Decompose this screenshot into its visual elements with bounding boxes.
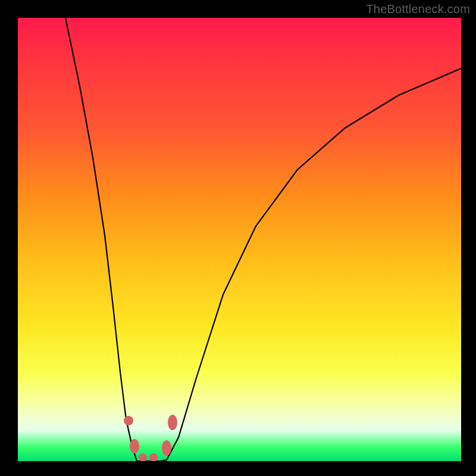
data-marker	[168, 415, 177, 430]
marker-group	[124, 415, 177, 461]
data-marker	[124, 416, 133, 425]
watermark-text: TheBottleneck.com	[366, 2, 470, 16]
data-marker	[130, 439, 139, 453]
chart-container: TheBottleneck.com	[0, 0, 476, 476]
bottleneck-curve	[65, 18, 461, 461]
data-marker	[149, 453, 158, 461]
plot-area	[18, 18, 461, 461]
chart-svg	[18, 18, 461, 461]
data-marker	[162, 440, 171, 456]
data-marker	[139, 453, 147, 461]
